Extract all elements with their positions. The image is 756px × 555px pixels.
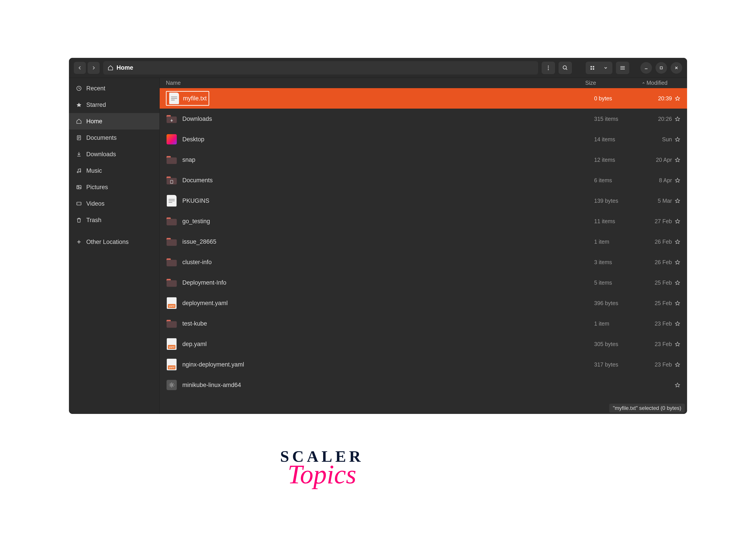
sidebar-item-recent[interactable]: Recent	[69, 80, 159, 96]
sidebar-item-label: Starred	[86, 101, 106, 109]
file-size: 5 items	[594, 280, 636, 286]
file-icon	[166, 318, 178, 329]
sidebar-item-label: Trash	[86, 217, 101, 224]
file-row[interactable]: yamldep.yaml305 bytes23 Feb	[160, 334, 687, 354]
sidebar-item-starred[interactable]: Starred	[69, 96, 159, 113]
file-row[interactable]: myfile.txt0 bytes20:39	[160, 88, 687, 109]
star-toggle[interactable]	[672, 116, 683, 122]
close-button[interactable]	[671, 62, 682, 74]
hamburger-menu-button[interactable]	[616, 61, 629, 74]
file-modified: 20 Apr	[636, 157, 672, 163]
star-toggle[interactable]	[672, 239, 683, 244]
file-name: myfile.txt	[183, 95, 207, 102]
file-row[interactable]: Deployment-Info5 items25 Feb	[160, 272, 687, 293]
grid-view-button[interactable]	[586, 61, 599, 74]
file-name: nginx-deployment.yaml	[182, 361, 594, 368]
svg-rect-24	[167, 219, 177, 225]
file-icon	[166, 277, 178, 288]
file-name: PKUGINS	[182, 198, 594, 204]
file-row[interactable]: Documents6 items8 Apr	[160, 170, 687, 190]
sidebar-item-label: Other Locations	[86, 239, 129, 246]
sidebar-item-videos[interactable]: Videos	[69, 196, 159, 212]
sidebar-item-trash[interactable]: Trash	[69, 212, 159, 228]
star-toggle[interactable]	[672, 218, 683, 224]
file-size: 11 items	[594, 218, 636, 224]
file-row[interactable]: test-kube1 item23 Feb	[160, 313, 687, 334]
file-size: 305 bytes	[594, 341, 636, 347]
search-button[interactable]	[559, 61, 572, 74]
column-name[interactable]: Name	[166, 80, 585, 86]
file-row[interactable]: PKUGINS139 bytes5 Mar	[160, 190, 687, 211]
sidebar-item-label: Videos	[86, 200, 104, 207]
maximize-button[interactable]	[656, 62, 667, 74]
file-icon	[166, 133, 178, 145]
column-modified[interactable]: Modified	[627, 80, 670, 86]
file-modified: 20:39	[636, 95, 672, 102]
file-icon	[166, 215, 178, 227]
svg-point-0	[548, 66, 549, 66]
file-row[interactable]: snap12 items20 Apr	[160, 150, 687, 170]
star-toggle[interactable]	[672, 300, 683, 306]
star-toggle[interactable]	[672, 341, 683, 347]
sort-asc-icon	[642, 81, 645, 85]
file-icon	[166, 113, 178, 125]
file-row[interactable]: go_testing11 items27 Feb	[160, 211, 687, 231]
file-icon	[166, 195, 178, 207]
file-size: 396 bytes	[594, 300, 636, 306]
sidebar-item-documents[interactable]: Documents	[69, 130, 159, 146]
picture-icon	[76, 184, 82, 190]
file-row[interactable]: Desktop14 itemsSun	[160, 129, 687, 150]
file-icon: yaml	[166, 338, 178, 350]
sidebar-item-music[interactable]: Music	[69, 163, 159, 179]
file-row[interactable]: cluster-info3 items26 Feb	[160, 252, 687, 272]
file-rows: myfile.txt0 bytes20:39Downloads315 items…	[160, 88, 687, 414]
sidebar-item-downloads[interactable]: Downloads	[69, 146, 159, 163]
download-icon	[76, 151, 82, 158]
column-size[interactable]: Size	[585, 80, 627, 86]
svg-rect-8	[593, 68, 594, 70]
svg-point-33	[171, 384, 173, 386]
star-toggle[interactable]	[672, 382, 683, 388]
home-icon	[76, 118, 82, 125]
star-toggle[interactable]	[672, 137, 683, 142]
star-toggle[interactable]	[672, 96, 683, 101]
file-name: cluster-info	[182, 259, 594, 266]
back-button[interactable]	[74, 62, 86, 74]
file-row[interactable]: issue_286651 item26 Feb	[160, 231, 687, 252]
sidebar: RecentStarredHomeDocumentsDownloadsMusic…	[69, 78, 160, 414]
star-toggle[interactable]	[672, 259, 683, 265]
star-icon	[76, 101, 82, 108]
sidebar-item-home[interactable]: Home	[69, 113, 159, 130]
forward-button[interactable]	[88, 62, 100, 74]
star-toggle[interactable]	[672, 362, 683, 367]
sidebar-item-label: Pictures	[86, 184, 108, 191]
sidebar-item-other-locations[interactable]: Other Locations	[69, 234, 159, 250]
star-toggle[interactable]	[672, 157, 683, 163]
file-modified: 26 Feb	[636, 259, 672, 265]
scaler-topics-logo: SCALER Topics	[280, 447, 364, 490]
titlebar: Home	[69, 58, 687, 78]
trash-icon	[76, 217, 82, 223]
file-row[interactable]: yamlnginx-deployment.yaml317 bytes23 Feb	[160, 354, 687, 375]
file-modified: 25 Feb	[636, 300, 672, 306]
svg-rect-30	[167, 281, 177, 287]
sidebar-item-pictures[interactable]: Pictures	[69, 179, 159, 196]
recent-icon	[76, 85, 82, 92]
kebab-menu-button[interactable]	[541, 61, 555, 74]
path-bar[interactable]: Home	[103, 61, 538, 75]
view-options-dropdown[interactable]	[599, 61, 612, 74]
file-row[interactable]: minikube-linux-amd64	[160, 375, 687, 395]
star-toggle[interactable]	[672, 198, 683, 203]
minimize-button[interactable]	[641, 62, 652, 74]
file-row[interactable]: Downloads315 items20:26	[160, 109, 687, 129]
star-toggle[interactable]	[672, 280, 683, 285]
file-row[interactable]: yamldeployment.yaml396 bytes25 Feb	[160, 293, 687, 313]
plus-icon	[76, 239, 82, 245]
file-name: minikube-linux-amd64	[182, 382, 594, 389]
file-size: 0 bytes	[594, 95, 636, 102]
star-toggle[interactable]	[672, 178, 683, 183]
column-headers: Name Size Modified	[160, 78, 687, 88]
file-modified: 20:26	[636, 116, 672, 122]
star-toggle[interactable]	[672, 321, 683, 326]
svg-rect-32	[167, 321, 177, 328]
